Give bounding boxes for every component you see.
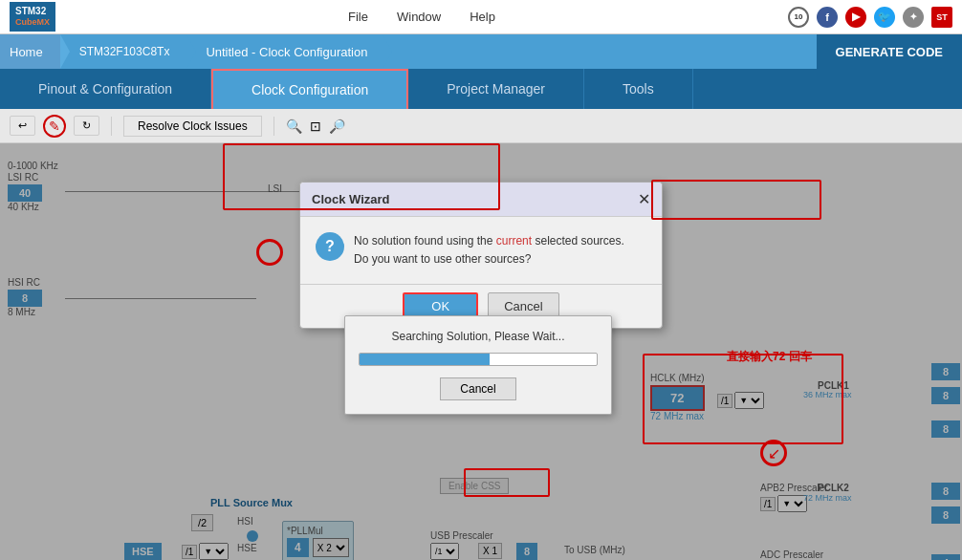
toolbar-separator-2 bbox=[273, 117, 274, 136]
progress-bar-fill bbox=[360, 354, 490, 365]
breadcrumb-project[interactable]: Untitled - Clock Configuration bbox=[186, 34, 383, 69]
progress-text: Searching Solution, Please Wait... bbox=[359, 330, 598, 343]
breadcrumb-device[interactable]: STM32F103C8Tx bbox=[60, 34, 187, 69]
tab-pinout[interactable]: Pinout & Configuration bbox=[0, 69, 211, 109]
logo-area: STM32 CubeMX bbox=[10, 2, 55, 32]
menu-window[interactable]: Window bbox=[397, 10, 441, 24]
refresh-button[interactable]: ↻ bbox=[74, 116, 99, 136]
main-tab-bar: Pinout & Configuration Clock Configurati… bbox=[0, 69, 962, 109]
chinese-annotation: 直接输入72 回车 bbox=[727, 349, 812, 365]
breadcrumb-bar: Home STM32F103C8Tx Untitled - Clock Conf… bbox=[0, 34, 962, 69]
menu-help[interactable]: Help bbox=[470, 10, 495, 24]
social-icons: 10 f ▶ 🐦 ✦ ST bbox=[788, 7, 952, 28]
toolbar: ↩ ✎ ↻ Resolve Clock Issues 🔍 ⊡ 🔎 bbox=[0, 109, 962, 143]
dialog-msg-line2: Do you want to use other sources? bbox=[354, 252, 531, 266]
clock-wizard-dialog: Clock Wizard ✕ ? No solution found using… bbox=[299, 182, 663, 329]
breadcrumb-home[interactable]: Home bbox=[0, 34, 60, 69]
annotate-button[interactable]: ✎ bbox=[43, 115, 66, 138]
dialog-title: Clock Wizard bbox=[312, 192, 390, 206]
dialog-msg-part1: No solution found using the bbox=[354, 234, 496, 248]
tab-project[interactable]: Project Manager bbox=[408, 69, 584, 109]
dialog-title-bar: Clock Wizard ✕ bbox=[300, 183, 662, 217]
progress-dialog: Searching Solution, Please Wait... Cance… bbox=[344, 315, 612, 415]
dialog-message: No solution found using the current sele… bbox=[354, 232, 624, 269]
logo-box: STM32 CubeMX bbox=[10, 2, 55, 32]
zoom-fit-icon[interactable]: ⊡ bbox=[310, 118, 321, 134]
progress-cancel-button[interactable]: Cancel bbox=[440, 377, 515, 400]
generate-code-button[interactable]: GENERATE CODE bbox=[817, 34, 962, 69]
resolve-clock-button[interactable]: Resolve Clock Issues bbox=[123, 116, 262, 137]
zoom-in-icon[interactable]: 🔍 bbox=[286, 118, 302, 134]
dialog-close-button[interactable]: ✕ bbox=[638, 190, 650, 208]
circle-undo-indicator bbox=[256, 239, 283, 266]
dialog-question-icon: ? bbox=[316, 232, 344, 261]
circle-hclk-indicator: ↙ bbox=[760, 440, 787, 466]
menu-file[interactable]: File bbox=[348, 10, 368, 24]
logo-line2: CubeMX bbox=[15, 17, 50, 28]
menu-items: File Window Help bbox=[75, 10, 769, 24]
youtube-icon[interactable]: ▶ bbox=[845, 7, 866, 28]
progress-bar-background bbox=[359, 353, 598, 366]
facebook-icon[interactable]: f bbox=[817, 7, 838, 28]
tab-tools[interactable]: Tools bbox=[584, 69, 693, 109]
network-icon[interactable]: ✦ bbox=[903, 7, 924, 28]
badge-10-icon: 10 bbox=[788, 7, 809, 28]
dialog-body: ? No solution found using the current se… bbox=[300, 217, 662, 284]
toolbar-separator-1 bbox=[111, 117, 112, 136]
logo-line1: STM32 bbox=[15, 6, 50, 17]
undo-button[interactable]: ↩ bbox=[10, 116, 35, 136]
dialog-msg-part2: selected sources. bbox=[532, 234, 624, 248]
menu-bar: STM32 CubeMX File Window Help 10 f ▶ 🐦 ✦… bbox=[0, 0, 962, 34]
tab-clock[interactable]: Clock Configuration bbox=[211, 69, 408, 109]
dialog-msg-highlight: current bbox=[496, 234, 532, 248]
main-content: 0-1000 KHz LSI RC 40 40 KHz LSI HSI RC 8… bbox=[0, 143, 962, 560]
st-logo-icon: ST bbox=[931, 7, 952, 28]
twitter-icon[interactable]: 🐦 bbox=[874, 7, 895, 28]
zoom-out-icon[interactable]: 🔎 bbox=[329, 118, 345, 134]
